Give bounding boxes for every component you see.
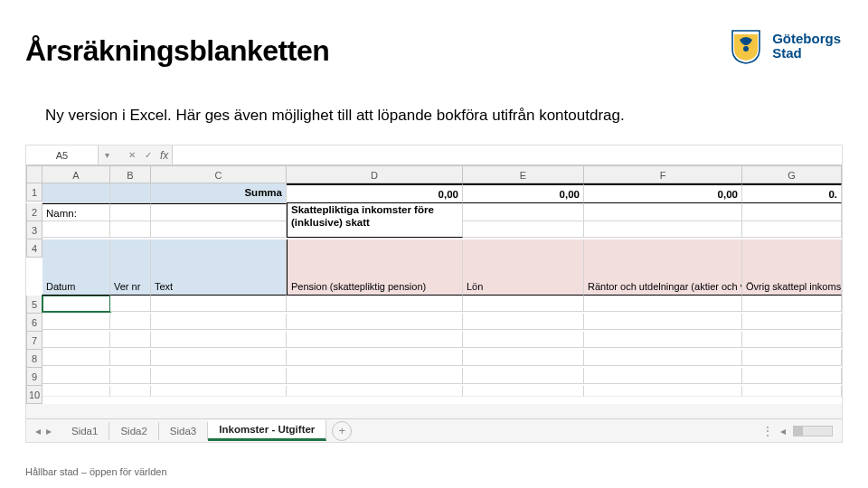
cell-f2[interactable] (584, 203, 742, 221)
col-head-g[interactable]: G (742, 165, 842, 183)
logo: GöteborgsStad (727, 27, 841, 65)
col-head-d[interactable]: D (287, 165, 463, 183)
cell-a3[interactable] (42, 221, 110, 238)
cell-d4[interactable]: Pension (skattepliktig pension) (287, 239, 463, 296)
cell-d2[interactable]: Skattepliktiga inkomster före (inklusive… (287, 203, 463, 238)
sheet-tab-inkomster-utgifter[interactable]: Inkomster - Utgifter (208, 420, 326, 441)
cell-d5[interactable] (287, 296, 463, 312)
row-head-9[interactable]: 9 (26, 368, 42, 386)
tab-split-icon[interactable]: ⋮ (762, 425, 773, 437)
fx-label[interactable]: fx (160, 149, 168, 162)
sheet-tab-bar: ◂ ▸ Sida1 Sida2 Sida3 Inkomster - Utgift… (26, 418, 842, 442)
cell-g5[interactable] (742, 296, 842, 312)
cell-d1[interactable]: 0,00 (287, 183, 463, 203)
svg-point-0 (743, 46, 749, 52)
cell-c1[interactable]: Summa (151, 183, 287, 203)
cell-e3[interactable] (463, 221, 584, 238)
row-head-6[interactable]: 6 (26, 314, 42, 332)
cell-c2[interactable] (151, 203, 287, 221)
name-box-dropdown-icon[interactable]: ▾ (99, 150, 115, 160)
tab-nav-prev-icon[interactable]: ◂ (35, 425, 41, 437)
cell-e5[interactable] (463, 296, 584, 312)
goteborg-coat-of-arms-icon (727, 27, 765, 65)
row-head-2[interactable]: 2 (26, 203, 42, 221)
cell-b1[interactable] (110, 183, 151, 203)
select-all-corner[interactable] (26, 165, 42, 183)
horizontal-scrollbar[interactable] (793, 426, 833, 436)
col-head-c[interactable]: C (151, 165, 287, 183)
cell-c3[interactable] (151, 221, 287, 238)
cell-a1[interactable] (42, 183, 110, 203)
formula-bar: A5 ▾ ✕ ✓ fx (26, 145, 842, 165)
add-sheet-button[interactable]: + (332, 421, 352, 441)
row-head-8[interactable]: 8 (26, 350, 42, 368)
cancel-formula-icon[interactable]: ✕ (124, 150, 140, 160)
accept-formula-icon[interactable]: ✓ (140, 150, 156, 160)
excel-screenshot: A5 ▾ ✕ ✓ fx A B C D E F G 1 Summa 0,00 0… (25, 145, 843, 443)
formula-input[interactable] (172, 145, 842, 164)
cell-b2[interactable] (110, 203, 151, 221)
row-head-5[interactable]: 5 (26, 296, 42, 314)
col-head-e[interactable]: E (463, 165, 584, 183)
cell-e4[interactable]: Lön (463, 239, 584, 296)
sheet-tab-sida3[interactable]: Sida3 (159, 422, 208, 440)
sheet-tab-sida1[interactable]: Sida1 (61, 422, 109, 440)
cell-f5[interactable] (584, 296, 742, 312)
slide-footer: Hållbar stad – öppen för världen (25, 466, 167, 477)
logo-text: GöteborgsStad (772, 32, 841, 61)
tab-nav-next-icon[interactable]: ▸ (46, 425, 52, 437)
cell-c5[interactable] (151, 296, 287, 312)
spreadsheet-grid: A B C D E F G 1 Summa 0,00 0,00 0,00 0. … (26, 165, 842, 404)
cell-a6[interactable] (42, 314, 110, 330)
slide-title: Årsräkningsblanketten (25, 34, 329, 68)
cell-a5[interactable] (42, 296, 110, 312)
cell-f1[interactable]: 0,00 (584, 183, 742, 203)
cell-g4[interactable]: Övrig skattepl inkomst (742, 239, 842, 296)
sheet-tab-sida2[interactable]: Sida2 (109, 422, 158, 440)
cell-e2[interactable] (463, 203, 584, 221)
cell-e1[interactable]: 0,00 (463, 183, 584, 203)
cell-g1[interactable]: 0. (742, 183, 842, 203)
cell-b4[interactable]: Ver nr (110, 239, 151, 296)
cell-a2[interactable]: Namn: (42, 203, 110, 221)
slide-subtitle: Ny version i Excel. Här ges även möjligh… (45, 107, 625, 125)
col-head-f[interactable]: F (584, 165, 742, 183)
cell-b3[interactable] (110, 221, 151, 238)
cell-b5[interactable] (110, 296, 151, 312)
row-head-3[interactable]: 3 (26, 221, 42, 239)
row-head-7[interactable]: 7 (26, 332, 42, 350)
cell-f4[interactable]: Räntor och utdelningar (aktier och värde… (584, 239, 742, 296)
cell-c4[interactable]: Text (151, 239, 287, 296)
hscroll-left-icon[interactable]: ◂ (780, 425, 786, 437)
name-box[interactable]: A5 (26, 145, 99, 164)
col-head-a[interactable]: A (42, 165, 110, 183)
col-head-b[interactable]: B (110, 165, 151, 183)
row-head-1[interactable]: 1 (26, 183, 42, 202)
cell-a4[interactable]: Datum (42, 239, 110, 296)
row-head-10[interactable]: 10 (26, 386, 42, 404)
cell-g2[interactable] (742, 203, 842, 221)
cell-g3[interactable] (742, 221, 842, 238)
cell-f3[interactable] (584, 221, 742, 238)
row-head-4[interactable]: 4 (26, 239, 42, 258)
